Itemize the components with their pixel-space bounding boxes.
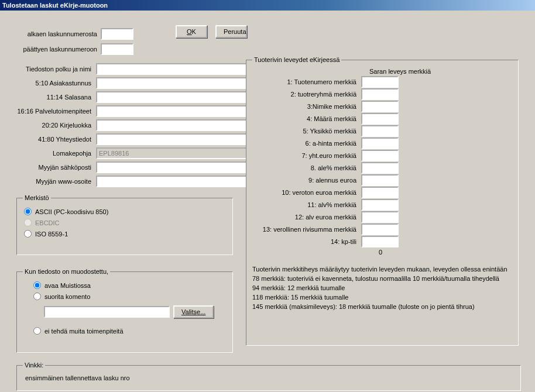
help-line-2: 78 merkkiä: tuoteriviä ei kavenneta, tul…	[252, 274, 512, 284]
col2-label: 2: tuotreryhmä merkkiä	[252, 91, 361, 98]
www-input[interactable]	[96, 176, 247, 187]
cust-label: 5:10 Asiakastunnus	[13, 80, 96, 87]
col13-input[interactable]	[361, 223, 399, 235]
pass-label: 11:14 Salasana	[13, 94, 96, 101]
col-header: Saran leveys merkkiä	[252, 68, 512, 75]
path-label: Tiedoston polku ja nimi	[13, 66, 96, 73]
after-run-radio[interactable]	[33, 293, 41, 300]
col9-input[interactable]	[361, 174, 399, 186]
charset-ascii-label: ASCII (PC-koodisivu 850)	[35, 208, 108, 215]
col-total: 0	[252, 249, 512, 256]
col5-input[interactable]	[361, 125, 399, 137]
to-invoice-label: päättyen laskunnumeroon	[7, 46, 101, 53]
browse-button[interactable]: Valitse...	[173, 305, 214, 318]
top-buttons: OK Peruuta	[176, 25, 247, 38]
file-settings: Tiedoston polku ja nimi 5:10 Asiakastunn…	[13, 63, 247, 190]
service-label: 16:16 Palvelutoimenpiteet	[13, 108, 96, 115]
charset-ebcdic-radio	[24, 219, 32, 226]
col4-label: 4: Määrä merkkiä	[252, 115, 361, 122]
pass-input[interactable]	[96, 91, 247, 103]
after-open-label: avaa Muistiossa	[44, 282, 91, 289]
col11-label: 11: alv% merkkiä	[252, 201, 361, 208]
col14-label: 14: kp-tili	[252, 238, 361, 245]
col5-label: 5: Yksikkö merkkiä	[252, 128, 361, 135]
help-text: Tuoterivin merkkitiheys määräytyy tuoter…	[252, 265, 512, 312]
column-widths-group: Tuoterivin leveydet eKirjeessä Saran lev…	[246, 56, 519, 346]
path-input[interactable]	[96, 63, 247, 75]
www-label: Myyjän www-osoite	[13, 178, 96, 185]
help-line-3: 94 merkkiä: 12 merkkiä tuumalle	[252, 284, 512, 293]
after-none-radio[interactable]	[33, 327, 41, 335]
help-line-4: 118 merkkiä: 15 merkkiä tuumalle	[252, 293, 512, 302]
letterclass-label: 20:20 Kirjeluokka	[13, 122, 96, 129]
charset-ascii-radio[interactable]	[24, 208, 32, 215]
template-input	[96, 147, 247, 159]
col6-label: 6: a-hinta merkkiä	[252, 140, 361, 147]
col13-label: 13: verollinen rivisumma merkkiä	[252, 226, 361, 233]
col3-label: 3:Nimike merkkiä	[252, 103, 361, 110]
after-file-group: Kun tiedosto on muodostettu, avaa Muisti…	[16, 268, 233, 353]
col8-input[interactable]	[361, 162, 399, 174]
cust-input[interactable]	[96, 77, 247, 89]
service-input[interactable]	[96, 105, 247, 117]
from-invoice-input[interactable]	[101, 28, 133, 40]
col8-label: 8. ale% merkkiä	[252, 164, 361, 171]
after-run-label: suorita komento	[44, 293, 90, 300]
title-bar: Tulostetaan laskut eKirje-muotoon	[0, 0, 535, 11]
hint-legend: Vinkki:	[23, 362, 45, 369]
col11-input[interactable]	[361, 199, 399, 211]
col6-input[interactable]	[361, 137, 399, 149]
col9-label: 9: alennus euroa	[252, 177, 361, 184]
charset-group: Merkistö ASCII (PC-koodisivu 850) EBCDIC…	[16, 194, 233, 255]
col3-input[interactable]	[361, 101, 399, 112]
col1-input[interactable]	[361, 76, 399, 88]
help-line-5: 145 merkkiä (maksimileveys): 18 merkkiä …	[252, 302, 512, 312]
charset-iso-label: ISO 8559-1	[35, 231, 68, 238]
from-invoice-label: alkaen laskunnumerosta	[7, 30, 101, 37]
col4-input[interactable]	[361, 113, 399, 125]
col7-label: 7: yht.euro merkkiä	[252, 152, 361, 159]
help-line-1: Tuoterivin merkkitiheys määräytyy tuoter…	[252, 265, 512, 274]
after-none-label: ei tehdä muita toimenpiteitä	[44, 328, 124, 335]
col2-input[interactable]	[361, 88, 399, 100]
email-input[interactable]	[96, 161, 247, 173]
hint-text: ensimmäinen tallennettava lasku nro	[23, 373, 515, 383]
template-label: Lomakepohja	[13, 150, 96, 157]
charset-iso-radio[interactable]	[24, 230, 32, 238]
ok-button[interactable]: OK	[176, 25, 207, 38]
cancel-button[interactable]: Peruuta	[215, 25, 247, 38]
contact-label: 41:80 Yhteystiedot	[13, 136, 96, 143]
col10-input[interactable]	[361, 187, 399, 198]
email-label: Myyjän sähköposti	[13, 164, 96, 171]
after-file-legend: Kun tiedosto on muodostettu,	[23, 268, 110, 275]
col14-input[interactable]	[361, 236, 399, 247]
charset-legend: Merkistö	[23, 194, 51, 201]
col12-input[interactable]	[361, 211, 399, 223]
column-widths-legend: Tuoterivin leveydet eKirjeessä	[252, 56, 341, 63]
charset-ebcdic-label: EBCDIC	[35, 219, 60, 226]
col7-input[interactable]	[361, 150, 399, 161]
col12-label: 12: alv euroa merkkiä	[252, 214, 361, 221]
contact-input[interactable]	[96, 133, 247, 145]
after-open-radio[interactable]	[33, 281, 41, 289]
col10-label: 10: veroton euroa merkkiä	[252, 189, 361, 196]
col1-label: 1: Tuotenumero merkkiä	[252, 78, 361, 85]
to-invoice-input[interactable]	[101, 43, 133, 55]
letterclass-input[interactable]	[96, 119, 247, 131]
window-title: Tulostetaan laskut eKirje-muotoon	[2, 2, 108, 9]
window-body: alkaen laskunnumerosta päättyen laskunnu…	[0, 11, 535, 391]
command-input[interactable]	[44, 306, 170, 318]
hint-group: Vinkki: ensimmäinen tallennettava lasku …	[16, 362, 521, 391]
